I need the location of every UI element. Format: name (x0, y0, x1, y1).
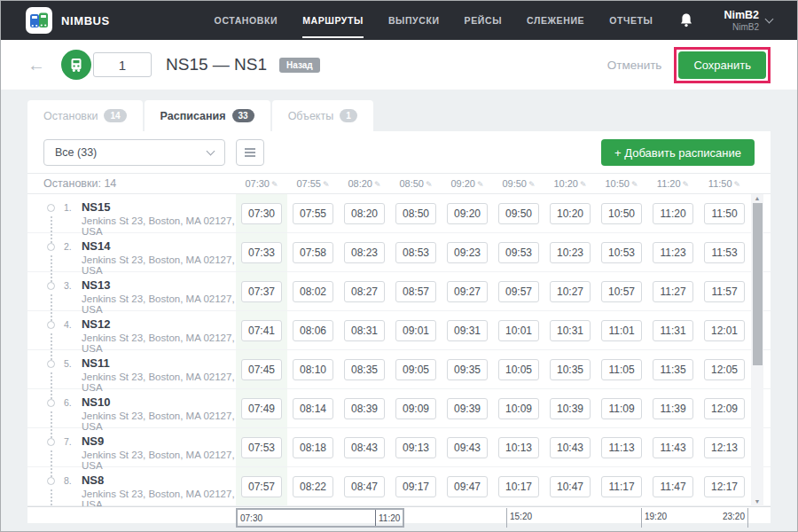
time-value-input[interactable]: 09:35 (447, 359, 488, 380)
back-arrow-icon[interactable]: ← (27, 56, 45, 74)
stop-circle-icon[interactable] (47, 438, 55, 446)
edit-pencil-icon[interactable]: ✎ (683, 180, 690, 189)
time-value-input[interactable]: 11:53 (704, 242, 744, 263)
time-value-input[interactable]: 09:31 (447, 320, 488, 341)
time-value-input[interactable]: 10:57 (601, 281, 642, 302)
edit-pencil-icon[interactable]: ✎ (426, 180, 433, 189)
time-value-input[interactable]: 08:18 (293, 437, 333, 458)
stop-circle-icon[interactable] (47, 282, 55, 290)
route-number-input[interactable] (93, 52, 152, 77)
edit-pencil-icon[interactable]: ✎ (271, 180, 278, 189)
schedule-filter-select[interactable]: Все (33) (43, 139, 225, 166)
schedule-column-header[interactable]: 08:50✎ (390, 178, 442, 189)
time-value-input[interactable]: 12:13 (704, 437, 745, 458)
time-value-input[interactable]: 09:05 (395, 359, 436, 380)
time-value-input[interactable]: 10:31 (550, 320, 591, 341)
time-value-input[interactable]: 08:53 (395, 242, 436, 263)
time-value-input[interactable]: 12:17 (704, 476, 745, 497)
time-value-input[interactable]: 07:41 (241, 320, 282, 341)
time-value-input[interactable]: 09:20 (447, 203, 488, 224)
edit-pencil-icon[interactable]: ✎ (477, 180, 484, 189)
time-value-input[interactable]: 09:17 (395, 476, 436, 497)
time-value-input[interactable]: 09:43 (447, 437, 488, 458)
time-value-input[interactable]: 12:01 (704, 320, 745, 341)
time-value-input[interactable]: 07:45 (241, 359, 282, 380)
nav-item-2[interactable]: ВЫПУСКИ (388, 3, 440, 38)
time-value-input[interactable]: 11:23 (653, 242, 692, 263)
time-value-input[interactable]: 11:43 (653, 437, 692, 458)
nav-item-4[interactable]: СЛЕЖЕНИЕ (527, 3, 584, 38)
time-value-input[interactable]: 08:02 (293, 281, 333, 302)
edit-pencil-icon[interactable]: ✎ (323, 180, 330, 189)
time-value-input[interactable]: 09:13 (395, 437, 436, 458)
time-value-input[interactable]: 09:57 (498, 281, 539, 302)
schedule-column-header[interactable]: 09:50✎ (493, 178, 544, 189)
edit-pencil-icon[interactable]: ✎ (528, 180, 536, 189)
timeline-range-selector[interactable]: 07:30 11:20 (236, 508, 404, 528)
schedule-column-header[interactable]: 11:20✎ (647, 178, 699, 189)
tab-2[interactable]: Объекты1 (272, 100, 373, 131)
scrollbar-thumb[interactable] (753, 203, 763, 365)
time-value-input[interactable]: 10:47 (550, 476, 591, 497)
time-value-input[interactable]: 08:35 (344, 359, 385, 380)
time-value-input[interactable]: 08:50 (395, 203, 436, 224)
edit-pencil-icon[interactable]: ✎ (734, 180, 741, 189)
vertical-scrollbar[interactable]: ▲ ▼ (751, 194, 763, 506)
time-value-input[interactable]: 08:27 (344, 281, 385, 302)
time-value-input[interactable]: 09:47 (447, 476, 488, 497)
time-value-input[interactable]: 10:43 (550, 437, 591, 458)
time-value-input[interactable]: 09:39 (447, 398, 488, 419)
brand[interactable]: NIMBUS (26, 7, 110, 34)
time-value-input[interactable]: 10:23 (550, 242, 591, 263)
time-value-input[interactable]: 11:09 (601, 398, 641, 419)
time-value-input[interactable]: 09:23 (447, 242, 488, 263)
time-value-input[interactable]: 08:10 (293, 359, 333, 380)
cancel-button[interactable]: Отменить (607, 59, 662, 72)
schedule-column-header[interactable]: 09:20✎ (442, 178, 493, 189)
time-value-input[interactable]: 07:55 (293, 203, 333, 224)
list-view-button[interactable] (236, 139, 264, 166)
time-value-input[interactable]: 07:53 (241, 437, 282, 458)
time-value-input[interactable]: 11:20 (653, 203, 692, 224)
time-value-input[interactable]: 10:17 (498, 476, 539, 497)
time-value-input[interactable]: 10:35 (550, 359, 591, 380)
add-schedule-button[interactable]: + Добавить расписание (601, 139, 755, 166)
stop-circle-icon[interactable] (47, 204, 55, 212)
time-value-input[interactable]: 08:31 (344, 320, 385, 341)
time-value-input[interactable]: 11:13 (601, 437, 641, 458)
time-value-input[interactable]: 08:22 (293, 476, 333, 497)
schedule-column-header[interactable]: 10:50✎ (596, 178, 647, 189)
bell-icon[interactable] (679, 12, 693, 28)
time-value-input[interactable]: 08:06 (293, 320, 333, 341)
time-value-input[interactable]: 10:27 (550, 281, 591, 302)
save-button[interactable]: Сохранить (678, 51, 766, 79)
time-value-input[interactable]: 09:09 (395, 398, 436, 419)
edit-pencil-icon[interactable]: ✎ (631, 180, 638, 189)
time-value-input[interactable]: 08:47 (344, 476, 385, 497)
time-value-input[interactable]: 07:49 (241, 398, 282, 419)
time-value-input[interactable]: 08:14 (293, 398, 333, 419)
time-value-input[interactable]: 07:57 (241, 476, 282, 497)
edit-pencil-icon[interactable]: ✎ (580, 180, 587, 189)
time-value-input[interactable]: 07:58 (293, 242, 333, 263)
time-value-input[interactable]: 10:20 (550, 203, 591, 224)
time-value-input[interactable]: 10:09 (498, 398, 539, 419)
nav-item-1[interactable]: МАРШРУТЫ (302, 3, 364, 38)
time-value-input[interactable]: 10:50 (601, 203, 642, 224)
time-value-input[interactable]: 10:13 (498, 437, 539, 458)
time-value-input[interactable]: 10:05 (498, 359, 539, 380)
stop-circle-icon[interactable] (47, 399, 55, 407)
user-menu[interactable]: NimB2 NimB2 (724, 9, 772, 33)
scroll-down-icon[interactable]: ▼ (755, 497, 761, 506)
schedule-column-header[interactable]: 10:20✎ (544, 178, 596, 189)
time-value-input[interactable]: 08:43 (344, 437, 385, 458)
time-value-input[interactable]: 10:01 (498, 320, 539, 341)
time-value-input[interactable]: 07:33 (241, 242, 282, 263)
time-value-input[interactable]: 11:39 (653, 398, 692, 419)
nav-item-0[interactable]: ОСТАНОВКИ (215, 3, 278, 38)
scroll-up-icon[interactable]: ▲ (755, 194, 761, 203)
stop-circle-icon[interactable] (47, 321, 55, 329)
time-value-input[interactable]: 11:01 (601, 320, 641, 341)
time-value-input[interactable]: 09:01 (395, 320, 436, 341)
time-value-input[interactable]: 11:35 (653, 359, 692, 380)
